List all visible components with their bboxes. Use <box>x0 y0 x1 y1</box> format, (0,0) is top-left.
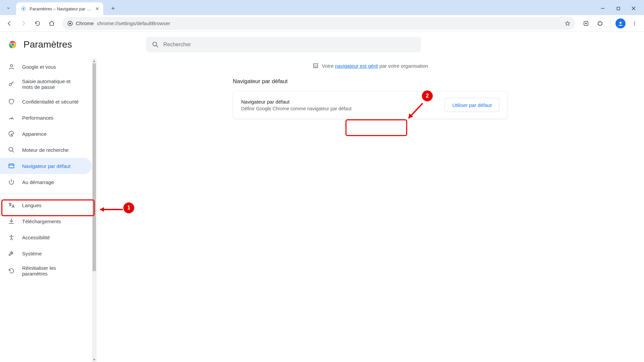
browser-tab[interactable]: Paramètres – Navigateur par dé ✕ <box>16 2 103 15</box>
forward-button[interactable] <box>17 17 30 29</box>
scrollbar-up-arrow[interactable]: ▲ <box>92 59 97 63</box>
palette-icon <box>8 130 15 137</box>
page-title: Paramètres <box>23 39 72 50</box>
person-icon <box>8 63 15 70</box>
annotation-arrow-1 <box>96 204 126 215</box>
card-subtitle: Définir Google Chrome comme navigateur p… <box>241 106 352 111</box>
menu-button[interactable] <box>629 17 641 29</box>
sidebar-item-label: Langues <box>22 202 42 208</box>
section-title: Navigateur par défaut <box>233 78 508 85</box>
svg-point-19 <box>9 83 11 86</box>
svg-rect-23 <box>9 164 14 168</box>
sidebar-item-performance[interactable]: Performances <box>0 110 92 126</box>
sidebar-item-reset[interactable]: Réinitialiser les paramètres <box>0 261 92 280</box>
sidebar-item-default-browser[interactable]: Navigateur par défaut <box>0 158 92 174</box>
svg-point-21 <box>9 147 13 152</box>
sidebar-item-on-startup[interactable]: Au démarrage <box>0 174 92 190</box>
sidebar-item-you-and-google[interactable]: Google et vous <box>0 59 92 75</box>
browser-toolbar: Chrome chrome://settings/defaultBrowser <box>0 15 644 32</box>
sidebar-item-label: Accessibilité <box>22 235 50 240</box>
annotation-badge-1: 1 <box>123 202 134 213</box>
svg-point-8 <box>585 22 587 24</box>
sidebar-item-label: Navigateur par défaut <box>22 163 70 169</box>
managed-prefix: Votre <box>322 63 335 69</box>
settings-header: Paramètres <box>0 32 644 57</box>
svg-point-25 <box>11 235 12 236</box>
sidebar-item-label: Apparence <box>22 131 47 137</box>
search-input[interactable] <box>163 42 415 48</box>
accessibility-icon <box>8 234 15 241</box>
new-tab-button[interactable]: ＋ <box>108 3 118 13</box>
default-browser-card: Navigateur par défaut Définir Google Chr… <box>233 91 508 119</box>
svg-point-10 <box>634 21 635 22</box>
settings-search[interactable] <box>146 37 421 52</box>
avatar-icon <box>618 20 624 26</box>
chevron-down-icon <box>6 6 11 10</box>
bookmark-button[interactable] <box>565 20 571 26</box>
chrome-icon <box>67 20 73 26</box>
sidebar-item-languages[interactable]: Langues <box>0 197 92 213</box>
reset-icon <box>8 267 15 274</box>
sidebar-item-label: Réinitialiser les paramètres <box>22 265 76 277</box>
sidebar-item-search-engine[interactable]: Moteur de recherche <box>0 142 92 158</box>
svg-line-22 <box>12 151 14 153</box>
settings-sidebar: Google et vous Saisie automatique et mot… <box>0 32 97 362</box>
profile-button[interactable] <box>614 17 627 29</box>
svg-point-0 <box>23 8 24 9</box>
window-close-button[interactable] <box>626 3 641 14</box>
svg-point-9 <box>620 21 622 23</box>
key-icon <box>8 81 15 87</box>
extensions-button[interactable] <box>594 17 606 29</box>
sidebar-item-appearance[interactable]: Apparence <box>0 126 92 142</box>
chrome-logo-icon <box>8 40 17 49</box>
url-text: chrome://settings/defaultBrowser <box>97 20 170 26</box>
home-button[interactable] <box>46 17 58 29</box>
sidebar-item-autofill[interactable]: Saisie automatique et mots de passe <box>0 75 92 94</box>
search-icon <box>152 41 159 48</box>
speedometer-icon <box>8 114 15 121</box>
annotation-arrow-2 <box>402 100 429 127</box>
sidebar-item-privacy[interactable]: Confidentialité et sécurité <box>0 94 92 110</box>
sidebar-item-downloads[interactable]: Téléchargements <box>0 213 92 229</box>
translate-icon <box>8 202 15 208</box>
svg-marker-31 <box>100 207 104 212</box>
extension-icon[interactable] <box>580 17 592 29</box>
building-icon <box>313 63 319 69</box>
sidebar-item-label: Saisie automatique et mots de passe <box>22 78 76 90</box>
browser-icon <box>8 163 15 169</box>
sidebar-item-accessibility[interactable]: Accessibilité <box>0 229 92 245</box>
make-default-button[interactable]: Utiliser par défaut <box>444 98 499 112</box>
sidebar-item-label: Moteur de recherche <box>22 147 68 153</box>
window-maximize-button[interactable] <box>610 3 626 14</box>
separator <box>610 20 610 27</box>
svg-point-11 <box>634 23 635 24</box>
window-minimize-button[interactable] <box>595 3 610 14</box>
power-icon <box>8 179 15 185</box>
sidebar-item-label: Système <box>22 251 42 256</box>
tab-title: Paramètres – Navigateur par dé <box>30 6 91 11</box>
back-button[interactable] <box>3 17 15 29</box>
svg-point-12 <box>634 24 635 25</box>
url-scheme-label: Chrome <box>76 20 94 26</box>
address-bar[interactable]: Chrome chrome://settings/defaultBrowser <box>62 17 575 30</box>
sidebar-item-label: Performances <box>22 115 53 121</box>
settings-main: Votre navigateur est géré par votre orga… <box>97 32 644 362</box>
download-icon <box>8 218 15 225</box>
sidebar-item-label: Au démarrage <box>22 179 54 185</box>
search-icon <box>8 146 15 153</box>
tab-search-button[interactable] <box>3 2 14 14</box>
reload-button[interactable] <box>32 17 44 29</box>
sidebar-item-label: Téléchargements <box>22 219 61 224</box>
sidebar-item-label: Google et vous <box>22 64 56 70</box>
shield-icon <box>8 98 15 105</box>
sidebar-divider <box>0 193 92 194</box>
scrollbar-thumb[interactable] <box>93 63 96 271</box>
wrench-icon <box>8 250 15 257</box>
managed-suffix: par votre organisation <box>378 63 428 69</box>
managed-link[interactable]: navigateur est géré <box>335 63 378 69</box>
scrollbar-down-arrow[interactable]: ▼ <box>92 357 97 362</box>
tab-close-button[interactable]: ✕ <box>95 6 100 11</box>
svg-point-18 <box>10 64 13 67</box>
sidebar-item-system[interactable]: Système <box>0 245 92 261</box>
card-title: Navigateur par défaut <box>241 99 352 105</box>
